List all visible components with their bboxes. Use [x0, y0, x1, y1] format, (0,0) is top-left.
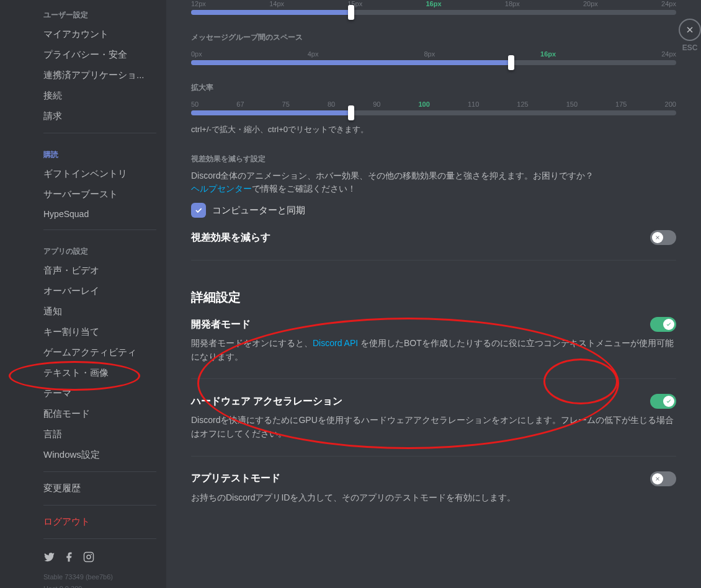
sidebar-item-appearance[interactable]: テーマ [37, 383, 163, 404]
twitter-icon[interactable] [43, 551, 55, 565]
divider [191, 260, 676, 261]
slider-track[interactable] [191, 60, 676, 65]
close-button[interactable]: ESC [679, 19, 701, 52]
sidebar-item-billing[interactable]: 請求 [37, 106, 163, 127]
slider-tick: 14px [269, 0, 284, 7]
build-info-line2: Host 0.0.309 [37, 583, 163, 588]
developer-mode-toggle[interactable] [650, 317, 676, 332]
reduced-motion-section: 視差効果を減らす設定 Discord全体のアニメーション、ホバー効果、その他の移… [191, 154, 676, 245]
sidebar-item-privacy[interactable]: プライバシー・安全 [37, 45, 163, 65]
slider-tick: 16px [426, 0, 441, 7]
app-test-mode-toggle[interactable] [650, 471, 676, 486]
sidebar-item-windows-settings[interactable]: Windows設定 [37, 445, 163, 465]
svg-point-1 [87, 555, 91, 559]
developer-mode-block: 開発者モード 開発者モードをオンにすると、Discord API を使用したBO… [191, 317, 676, 363]
slider-handle[interactable] [348, 105, 354, 120]
divider [191, 378, 676, 379]
instagram-icon[interactable] [83, 551, 94, 565]
reduced-motion-desc: Discord全体のアニメーション、ホバー効果、その他の移動効果の量と強さを抑え… [191, 169, 676, 195]
slider-font-size: 12px14px15px16px18px20px24px [191, 0, 676, 15]
slider-handle[interactable] [508, 55, 514, 70]
sidebar-item-keybinds[interactable]: キー割り当て [37, 322, 163, 342]
sidebar-item-text-images[interactable]: テキスト・画像 [37, 363, 163, 383]
slider-tick: 12px [191, 0, 206, 7]
sidebar-item-gift-inventory[interactable]: ギフトインベントリ [37, 164, 163, 184]
reduced-motion-title: 視差効果を減らす設定 [191, 154, 676, 164]
slider-zoom: 拡大率 5067758090100110125150175200 ctrl+/-… [191, 82, 676, 135]
slider-label: 拡大率 [191, 82, 676, 93]
hardware-accel-title: ハードウェア アクセラレーション [191, 395, 342, 408]
close-icon [679, 19, 701, 41]
slider-tick: 80 [328, 100, 335, 108]
developer-mode-desc: 開発者モードをオンにすると、Discord API を使用したBOTを作成したり… [191, 337, 676, 363]
hardware-accel-toggle[interactable] [650, 394, 676, 409]
app-test-mode-desc: お持ちのDiscordアプリIDを入力して、そのアプリのテストモードを有効にしま… [191, 491, 676, 505]
slider-tick: 175 [615, 100, 627, 108]
slider-tick: 16px [540, 50, 556, 58]
help-center-link[interactable]: ヘルプセンター [191, 184, 252, 194]
hardware-accel-block: ハードウェア アクセラレーション Discordを快適にするためにGPUを使用す… [191, 394, 676, 440]
app-test-mode-title: アプリテストモード [191, 472, 280, 485]
sidebar-item-hypesquad[interactable]: HypeSquad [37, 205, 163, 223]
developer-mode-title: 開発者モード [191, 318, 251, 331]
sidebar-item-notifications[interactable]: 通知 [37, 301, 163, 322]
slider-handle[interactable] [348, 5, 354, 20]
slider-track[interactable] [191, 10, 676, 15]
divider [43, 229, 156, 230]
slider-tick: 24px [661, 0, 676, 7]
hardware-accel-desc: Discordを快適にするためにGPUを使用するハードウェアアクセラレーションを… [191, 414, 676, 440]
reduced-motion-toggle-label: 視差効果を減らす [191, 231, 270, 244]
reduced-motion-toggle[interactable] [650, 230, 676, 245]
slider-tick: 90 [373, 100, 380, 108]
divider [43, 505, 156, 506]
slider-tick: 125 [517, 100, 528, 108]
slider-tick: 200 [665, 100, 676, 108]
slider-tick: 67 [236, 100, 244, 108]
sidebar-item-authorized-apps[interactable]: 連携済アプリケーショ... [37, 65, 163, 86]
slider-tick: 24px [661, 50, 676, 58]
esc-label: ESC [679, 43, 701, 52]
discord-api-link[interactable]: Discord API [313, 338, 358, 348]
slider-tick: 110 [468, 100, 479, 108]
divider [191, 456, 676, 457]
slider-tick: 100 [418, 100, 429, 108]
sidebar-item-connections[interactable]: 接続 [37, 86, 163, 106]
slider-tick: 8px [424, 50, 435, 58]
sidebar-item-language[interactable]: 言語 [37, 424, 163, 445]
facebook-icon[interactable] [63, 551, 74, 565]
sidebar-item-voice-video[interactable]: 音声・ビデオ [37, 261, 163, 281]
zoom-hint: ctrl+/-で拡大・縮小、ctrl+0でリセットできます。 [191, 124, 676, 135]
slider-tick: 50 [191, 100, 199, 108]
sync-label: コンピューターと同期 [212, 205, 305, 216]
sidebar-item-server-boost[interactable]: サーバーブースト [37, 184, 163, 205]
slider-tick: 0px [191, 50, 202, 58]
slider-tick: 4px [308, 50, 319, 58]
sidebar-item-overlay[interactable]: オーバーレイ [37, 281, 163, 301]
social-links [37, 545, 163, 571]
divider [43, 471, 156, 472]
sidebar-item-game-activity[interactable]: ゲームアクティビティ [37, 342, 163, 363]
sync-checkbox[interactable] [191, 203, 206, 218]
sidebar-header-sub: 購読 [37, 140, 163, 164]
slider-tick: 18px [505, 0, 520, 7]
slider-label: メッセージグループ間のスペース [191, 32, 676, 43]
sidebar-header-user: ユーザー設定 [37, 0, 163, 24]
sidebar-item-changelog[interactable]: 変更履歴 [37, 478, 163, 499]
divider [43, 538, 156, 539]
slider-track[interactable] [191, 110, 676, 115]
settings-content: ESC 12px14px15px16px18px20px24px メッセージグル… [166, 0, 701, 588]
slider-tick: 75 [282, 100, 290, 108]
slider-tick: 20px [583, 0, 598, 7]
sidebar-header-app: アプリの設定 [37, 236, 163, 261]
build-info-line1: Stable 73349 (bee7b6) [37, 571, 163, 583]
advanced-heading: 詳細設定 [191, 289, 676, 306]
slider-message-spacing: メッセージグループ間のスペース 0px4px8px16px24px [191, 32, 676, 65]
divider [43, 133, 156, 133]
svg-point-2 [91, 554, 92, 555]
sidebar-item-logout[interactable]: ログアウト [37, 512, 163, 532]
sidebar-item-streamer-mode[interactable]: 配信モード [37, 404, 163, 424]
slider-tick: 150 [566, 100, 578, 108]
settings-sidebar: ユーザー設定 マイアカウント プライバシー・安全 連携済アプリケーショ... 接… [0, 0, 166, 588]
app-test-mode-block: アプリテストモード お持ちのDiscordアプリIDを入力して、そのアプリのテス… [191, 471, 676, 505]
sidebar-item-my-account[interactable]: マイアカウント [37, 24, 163, 45]
